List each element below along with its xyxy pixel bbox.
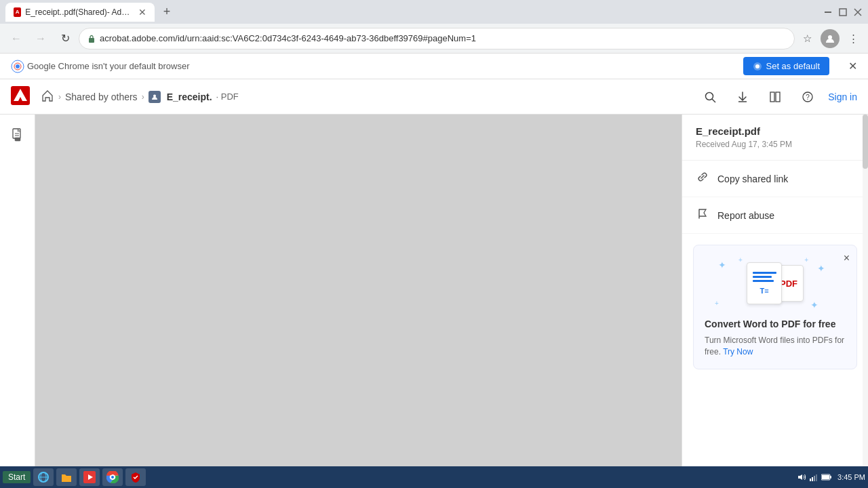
start-button[interactable]: Start — [3, 471, 31, 483]
tab-close-button[interactable]: ✕ — [138, 7, 146, 18]
sparkle-6: ✦ — [810, 300, 818, 310]
download-button[interactable] — [730, 85, 755, 109]
svg-rect-38 — [830, 476, 831, 479]
svg-rect-33 — [810, 479, 811, 481]
taskbar-media[interactable] — [79, 468, 100, 486]
more-button[interactable]: ⋮ — [844, 29, 863, 48]
profile-avatar[interactable] — [821, 29, 840, 48]
svg-text:?: ? — [806, 94, 810, 101]
doc-line-2 — [753, 276, 772, 278]
file-name-breadcrumb[interactable]: E_receipt. — [167, 92, 212, 102]
main-content: E_receipt.pdf Received Aug 17, 3:45 PM C… — [0, 115, 868, 488]
search-button[interactable] — [698, 85, 722, 109]
taskbar-security[interactable] — [125, 468, 146, 486]
maximize-button[interactable] — [838, 7, 848, 17]
forward-button[interactable]: → — [30, 28, 52, 49]
pdf-label: PDF — [780, 279, 797, 289]
shield-taskbar-icon — [130, 471, 142, 483]
folder-icon — [60, 471, 73, 483]
sound-icon — [797, 472, 806, 482]
promo-illustration: ✦ + ✦ + + ✦ T≡ — [705, 256, 846, 310]
app-header: › Shared by others › E_receipt. · PDF — [0, 79, 868, 115]
promo-card: × ✦ + ✦ + + ✦ T — [693, 245, 857, 369]
svg-rect-34 — [812, 477, 813, 481]
taskbar-chrome[interactable] — [102, 468, 123, 486]
media-icon — [83, 471, 96, 483]
taskbar-ie[interactable] — [33, 468, 54, 486]
received-label: Received Aug 17, 3:45 PM — [696, 140, 854, 149]
toolbar-right: ☆ ⋮ — [797, 29, 863, 48]
right-panel-scrollbar-thumb[interactable] — [863, 115, 868, 169]
clock: 3:45 PM — [837, 472, 865, 482]
info-bar: Google Chrome isn't your default browser… — [0, 54, 868, 79]
sparkle-1: ✦ — [718, 260, 726, 270]
file-info: E_receipt.pdf Received Aug 17, 3:45 PM — [682, 115, 868, 161]
close-info-bar-button[interactable]: ✕ — [848, 60, 857, 73]
svg-rect-36 — [816, 474, 817, 481]
minimize-button[interactable] — [823, 7, 833, 17]
doc-line-1 — [753, 272, 776, 274]
svg-rect-16 — [770, 92, 774, 102]
report-abuse-button[interactable]: Report abuse — [682, 197, 868, 234]
address-bar[interactable]: acrobat.adobe.com/id/urn:aaid:sc:VA6C2:0… — [79, 28, 795, 49]
word-doc-lines — [753, 272, 776, 284]
svg-point-8 — [16, 64, 20, 68]
chrome-small-icon — [753, 62, 762, 71]
ie-icon — [37, 471, 50, 483]
browser-window: A E_receipt..pdf(Shared)- Adobe clou... … — [0, 0, 868, 488]
close-window-button[interactable] — [853, 7, 863, 17]
set-default-button[interactable]: Set as default — [743, 57, 830, 75]
svg-point-10 — [755, 64, 760, 68]
network-icon — [809, 472, 818, 482]
info-bar-left: Google Chrome isn't your default browser — [11, 60, 189, 73]
url-text: acrobat.adobe.com/id/urn:aaid:sc:VA6C2:0… — [100, 33, 786, 43]
promo-description: Turn Microsoft Word files into PDFs for … — [705, 335, 846, 358]
right-panel-scrollbar[interactable] — [863, 115, 868, 488]
svg-line-14 — [712, 99, 715, 102]
sparkle-5: + — [715, 300, 719, 307]
adobe-logo[interactable] — [11, 86, 30, 108]
layout-button[interactable] — [763, 85, 787, 109]
svg-rect-1 — [840, 9, 846, 16]
user-profile-button[interactable] — [821, 29, 840, 48]
svg-rect-35 — [814, 476, 815, 481]
bookmarks-button[interactable]: ☆ — [797, 29, 816, 48]
file-name-label: E_receipt.pdf — [696, 125, 854, 137]
home-icon[interactable] — [41, 89, 54, 104]
try-now-link[interactable]: Try Now — [723, 347, 753, 357]
link-icon — [696, 170, 709, 187]
svg-rect-0 — [825, 12, 831, 13]
left-panel — [0, 115, 35, 488]
sparkle-2: + — [738, 256, 743, 264]
active-tab[interactable]: A E_receipt..pdf(Shared)- Adobe clou... … — [5, 3, 155, 22]
svg-point-13 — [706, 92, 713, 100]
shared-by-others-breadcrumb[interactable]: Shared by others — [65, 92, 138, 102]
new-tab-button[interactable]: + — [157, 3, 176, 22]
svg-rect-4 — [89, 38, 94, 43]
browser-toolbar: ← → ↻ acrobat.adobe.com/id/urn:aaid:sc:V… — [0, 24, 868, 54]
back-button[interactable]: ← — [5, 28, 27, 49]
svg-point-12 — [153, 94, 156, 97]
sign-in-button[interactable]: Sign in — [828, 92, 857, 102]
doc-line-3 — [753, 280, 774, 282]
copy-shared-link-button[interactable]: Copy shared link — [682, 161, 868, 197]
reload-button[interactable]: ↻ — [54, 28, 76, 49]
info-bar-right: Set as default ✕ — [743, 57, 858, 75]
title-bar: A E_receipt..pdf(Shared)- Adobe clou... … — [0, 0, 868, 24]
chrome-taskbar-icon — [106, 471, 119, 483]
help-button[interactable]: ? — [795, 85, 820, 109]
svg-rect-17 — [776, 92, 780, 102]
document-panel-button[interactable] — [5, 123, 30, 147]
svg-point-32 — [111, 476, 114, 479]
svg-rect-39 — [822, 475, 829, 479]
pdf-page — [35, 115, 682, 488]
taskbar-right: 3:45 PM — [797, 472, 865, 482]
promo-title: Convert Word to PDF for free — [705, 319, 846, 329]
flag-icon — [696, 207, 709, 224]
lock-icon — [87, 34, 96, 43]
taskbar-folder[interactable] — [56, 468, 77, 486]
person-icon — [149, 91, 161, 103]
tab-strip: A E_receipt..pdf(Shared)- Adobe clou... … — [5, 3, 176, 22]
system-tray — [797, 472, 832, 482]
sparkle-3: ✦ — [817, 263, 825, 274]
